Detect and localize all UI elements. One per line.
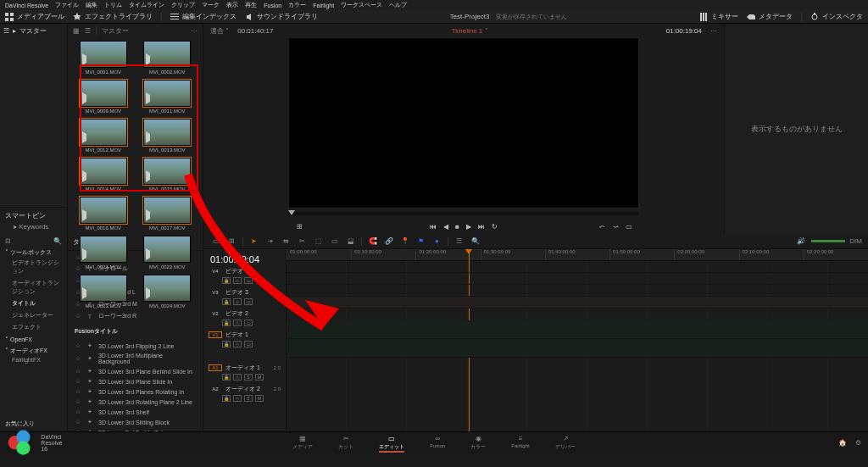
tl-view-options-icon[interactable]: ▭	[210, 236, 221, 247]
track-lock-icon[interactable]: 🔒	[222, 341, 231, 347]
menu-DaVinci Resolve[interactable]: DaVinci Resolve	[5, 3, 48, 8]
track-disable-icon[interactable]: ◇	[233, 320, 242, 326]
menu-表示[interactable]: 表示	[226, 1, 238, 9]
selection-tool-icon[interactable]: ➤	[248, 236, 259, 247]
menu-再生[interactable]: 再生	[245, 1, 257, 9]
clip-thumb[interactable]: MVI_0021.MOV	[76, 236, 131, 270]
track-lock-icon[interactable]: 🔒	[222, 320, 231, 326]
project-manager-icon[interactable]: 🏠	[838, 439, 847, 447]
fusion-title-preset[interactable]: ☆✦3D Lower 3rd Plane Behind Slide In	[68, 366, 203, 376]
track-visible-icon[interactable]: ▭	[244, 277, 253, 284]
clip-thumb[interactable]: MVI_0013.MOV	[141, 119, 195, 153]
page-カット[interactable]: ✂カット	[338, 434, 353, 453]
video-track-header[interactable]: V1ビデオ 1	[207, 330, 282, 340]
track-arm-icon[interactable]: ◇	[233, 395, 242, 402]
video-track-header[interactable]: V4ビデオ 4	[207, 266, 282, 276]
page-デリバー[interactable]: ↗デリバー	[555, 434, 576, 453]
track-disable-icon[interactable]: ◇	[233, 277, 242, 284]
overwrite-clip-icon[interactable]: ▭	[329, 236, 340, 247]
clip-thumb[interactable]: MVI_0016.MOV	[76, 197, 131, 231]
menu-タイムライン[interactable]: タイムライン	[129, 1, 164, 9]
menu-ヘルプ[interactable]: ヘルプ	[389, 1, 407, 9]
track-solo-icon[interactable]: S	[244, 395, 253, 402]
page-メディア[interactable]: ▦メディア	[292, 434, 313, 453]
clip-thumb[interactable]: MVI_0014.MOV	[76, 158, 131, 192]
menu-クリップ[interactable]: クリップ	[171, 1, 195, 9]
timeline-tracks-area[interactable]: 01:00:00:0001:10:00:0001:20:00:0001:30:0…	[287, 249, 868, 431]
prev-frame-icon[interactable]: ◀	[443, 223, 448, 231]
page-エディット[interactable]: ▭エディット	[379, 434, 404, 453]
link-icon[interactable]: 🔗	[383, 236, 394, 247]
track-solo-icon[interactable]: S	[244, 374, 253, 381]
sidebar-collapse-icon[interactable]: ⊟	[5, 237, 11, 245]
fit-zoom[interactable]: 適合 ˅	[210, 26, 229, 36]
play-icon[interactable]: ▶	[466, 223, 471, 231]
track-disable-icon[interactable]: ◇	[233, 298, 242, 305]
track-disable-icon[interactable]: ◇	[233, 341, 242, 347]
menu-マーク[interactable]: マーク	[202, 1, 220, 9]
clip-thumb[interactable]: MVI_0001.MOV	[76, 41, 131, 75]
timeline-ruler[interactable]: 01:00:00:0001:10:00:0001:20:00:0001:30:0…	[287, 249, 868, 261]
snapping-icon[interactable]: 🧲	[367, 236, 378, 247]
effects-item[interactable]: エフェクト	[5, 321, 62, 333]
video-transitions-item[interactable]: ビデオトランジション	[5, 257, 62, 277]
audiofx-header[interactable]: ˅ オーディオFX	[5, 347, 62, 355]
menu-トリム[interactable]: トリム	[104, 1, 122, 9]
tl-zoom-icon[interactable]: 🔍	[470, 236, 481, 247]
track-lock-icon[interactable]: 🔒	[222, 277, 231, 284]
menu-編集[interactable]: 編集	[86, 1, 97, 9]
flag-icon[interactable]: ⚑	[415, 236, 426, 247]
track-mute-icon[interactable]: M	[255, 395, 264, 402]
audio-track-header[interactable]: A2オーディオ 22.0	[207, 384, 282, 394]
track-arm-icon[interactable]: ◇	[233, 374, 242, 381]
fusion-title-preset[interactable]: ☆✦3D Lower 3rd Plane Slide In	[68, 376, 203, 386]
clip-thumb[interactable]: MVI_0022.MOV	[141, 236, 195, 270]
list-view-icon[interactable]: ☰	[85, 27, 91, 35]
audio-track-header[interactable]: A1オーディオ 12.0	[207, 363, 282, 373]
effects-library-toggle[interactable]: エフェクトライブラリ	[73, 12, 153, 21]
clip-thumb[interactable]: MVI_0011.MOV	[141, 80, 195, 114]
first-frame-icon[interactable]: ⏮	[430, 223, 437, 231]
fusion-title-preset[interactable]: ☆✦3D Lower 3rd Rotating Plane 2 Line	[68, 397, 203, 407]
dynamic-trim-icon[interactable]: ⇆	[281, 236, 292, 247]
metadata-toggle[interactable]: メタデータ	[747, 12, 793, 21]
clip-thumb[interactable]: MVI_0017.MOV	[141, 197, 195, 231]
bin-list-icon[interactable]: ☰	[3, 27, 9, 35]
position-lock-icon[interactable]: 📍	[399, 236, 410, 247]
track-lock-icon[interactable]: 🔒	[222, 374, 231, 381]
tl-more-icon[interactable]: ☰	[453, 236, 465, 247]
overwrite-clip-icon[interactable]: ▭	[626, 223, 632, 231]
sidebar-search-icon[interactable]: 🔍	[53, 237, 62, 245]
fusion-title-preset[interactable]: ☆✦3D Lower 3rd Multiplane Background	[68, 351, 203, 366]
mark-out-icon[interactable]: ⤻	[613, 223, 619, 231]
timeline-name[interactable]: Timeline 1 ˅	[274, 27, 666, 35]
fairlightfx-item[interactable]: FairlightFX	[5, 355, 62, 364]
inspector-toggle[interactable]: インスペクタ	[810, 12, 863, 21]
titles-item[interactable]: タイトル	[5, 297, 62, 309]
clip-thumb[interactable]: MVI_0002.MOV	[141, 41, 195, 75]
bin-collapse-icon[interactable]: ▸	[13, 27, 16, 35]
toolbox-header[interactable]: ˅ ツールボックス	[5, 248, 62, 257]
fusion-title-preset[interactable]: ☆✦3D Lower 3rd Shelf	[68, 407, 203, 417]
dim-icon[interactable]: DIM	[850, 236, 861, 247]
media-pool-toggle[interactable]: メディアプール	[5, 12, 64, 21]
page-Fusion[interactable]: ∞Fusion	[430, 434, 445, 453]
stop-icon[interactable]: ■	[455, 223, 459, 231]
mixer-toggle[interactable]: ミキサー	[699, 12, 738, 21]
replace-clip-icon[interactable]: ⬓	[345, 236, 356, 247]
thumbnail-view-icon[interactable]: ▦	[73, 27, 80, 35]
tl-expand-icon[interactable]: ⊞	[226, 236, 237, 247]
sound-library-toggle[interactable]: サウンドライブラリ	[245, 12, 318, 21]
edit-index-toggle[interactable]: 編集インデックス	[170, 12, 236, 21]
viewer-scrubber[interactable]	[288, 212, 639, 215]
page-カラー[interactable]: ◉カラー	[470, 434, 486, 453]
trim-tool-icon[interactable]: ⇥	[264, 236, 275, 247]
marker-icon[interactable]: ●	[431, 236, 442, 247]
track-lock-icon[interactable]: 🔒	[222, 298, 231, 305]
timeline-timecode[interactable]: 01:00:19:04	[207, 253, 282, 266]
menu-ファイル[interactable]: ファイル	[55, 1, 79, 9]
clip-thumb[interactable]: MVI_0012.MOV	[76, 119, 131, 153]
track-mute-icon[interactable]: M	[255, 374, 264, 381]
clip-thumb[interactable]: MVI_0023.MOV	[76, 275, 131, 309]
menu-ワークスペース[interactable]: ワークスペース	[341, 1, 382, 9]
